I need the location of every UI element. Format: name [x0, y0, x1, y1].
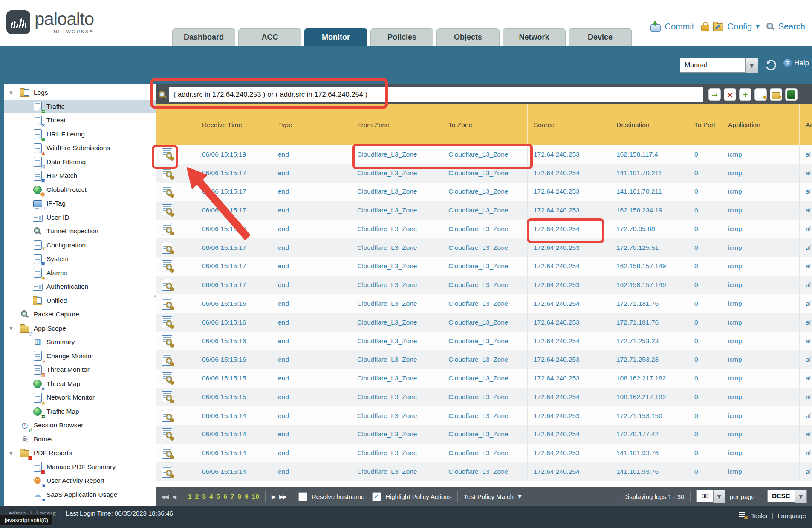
cell-dest[interactable]: 108.162.217.182 [610, 369, 688, 388]
sidebar-item-alarms[interactable]: ◆Alarms [4, 266, 156, 280]
log-detail-icon[interactable] [162, 223, 172, 235]
page-number-10[interactable]: 10 [252, 493, 259, 500]
sidebar-item-authentication[interactable]: Authentication [4, 280, 156, 294]
cell-source[interactable]: 172.64.240.254 [528, 425, 610, 444]
log-row[interactable]: 06/06 15:15:14endCloudflare_L3_ZoneCloud… [156, 406, 812, 425]
lock-icon[interactable] [701, 25, 709, 31]
log-detail-icon[interactable] [162, 410, 172, 422]
cell-source[interactable]: 172.64.240.254 [528, 462, 610, 481]
cell-source[interactable]: 172.64.240.254 [528, 220, 610, 238]
cell-source[interactable]: 172.64.240.253 [528, 350, 610, 369]
sidebar-item-user-id[interactable]: User-ID [4, 211, 156, 225]
log-row[interactable]: 06/06 15:15:16endCloudflare_L3_ZoneCloud… [156, 350, 812, 369]
log-row[interactable]: 06/06 15:15:16endCloudflare_L3_ZoneCloud… [156, 294, 812, 313]
sidebar-item-data-filtering[interactable]: ▤Data Filtering [4, 155, 156, 169]
cell-dest[interactable]: 172.71.253.23 [610, 350, 688, 369]
log-row[interactable]: 06/06 15:15:14endCloudflare_L3_ZoneCloud… [156, 462, 812, 481]
sidebar-item-manage-pdf-summary[interactable]: ■Manage PDF Summary [4, 460, 156, 474]
help-label[interactable]: Help [794, 59, 809, 67]
cell-dest[interactable]: 172.71.153.150 [610, 406, 688, 425]
expand-arrow-icon[interactable]: ▼ [9, 451, 13, 455]
log-detail-icon[interactable] [162, 354, 172, 366]
log-detail-icon[interactable] [162, 279, 172, 291]
page-number-1[interactable]: 1 [188, 493, 192, 500]
test-policy-match-button[interactable]: Test Policy Match [464, 493, 514, 500]
load-filter-button[interactable] [770, 88, 782, 101]
cell-source[interactable]: 172.64.240.254 [528, 294, 610, 313]
column-header-to-port[interactable]: To Port [688, 104, 722, 145]
sidebar-item-configuration[interactable]: *Configuration [4, 238, 156, 252]
cell-source[interactable]: 172.64.240.254 [528, 257, 610, 276]
resolve-hostname-checkbox[interactable] [298, 492, 307, 501]
refresh-mode-value[interactable]: Manual [680, 58, 746, 73]
cell-dest[interactable]: 162.158.117.4 [610, 145, 688, 164]
sidebar-item-url-filtering[interactable]: ●URL Filtering [4, 128, 156, 142]
log-row[interactable]: 06/06 15:15:15endCloudflare_L3_ZoneCloud… [156, 388, 812, 406]
sidebar-item-summary[interactable]: ▦Summary [4, 335, 156, 349]
clear-filter-button[interactable]: × [724, 88, 736, 101]
filter-builder-button[interactable] [754, 88, 767, 101]
tab-network[interactable]: Network [503, 28, 566, 46]
cell-source[interactable]: 172.64.240.253 [528, 444, 610, 462]
cell-source[interactable]: 172.64.240.253 [528, 183, 610, 201]
log-row[interactable]: 06/06 15:15:14endCloudflare_L3_ZoneCloud… [156, 444, 812, 462]
cell-source[interactable]: 172.64.240.253 [528, 369, 610, 388]
sort-order-value[interactable]: DESC [767, 490, 795, 502]
cell-source[interactable]: 172.64.240.253 [528, 201, 610, 220]
sidebar-item-wildfire-submissions[interactable]: ▲WildFire Submissions [4, 141, 156, 155]
sidebar-item-threat-map[interactable]: ×Threat Map [4, 377, 156, 391]
log-detail-icon[interactable] [162, 298, 172, 310]
per-page-dropdown-icon[interactable]: ▼ [713, 490, 725, 503]
cell-dest[interactable]: 141.101.93.76 [610, 462, 688, 481]
test-policy-caret-icon[interactable]: ▼ [518, 494, 521, 499]
log-row[interactable]: 06/06 15:15:16endCloudflare_L3_ZoneCloud… [156, 313, 812, 332]
sidebar-item-tunnel-inspection[interactable]: Tunnel Inspection [4, 224, 156, 238]
sidebar-item-session-browser[interactable]: ◴⇄Session Browser [4, 418, 156, 432]
page-number-4[interactable]: 4 [209, 493, 213, 500]
log-row[interactable]: 06/06 15:15:17endCloudflare_L3_ZoneCloud… [156, 183, 812, 201]
per-page-select[interactable]: 30 ▼ [696, 490, 725, 503]
cell-source[interactable]: 172.64.240.253 [528, 406, 610, 425]
cell-dest[interactable]: 162.158.157.149 [610, 257, 688, 276]
log-detail-icon[interactable] [162, 372, 172, 384]
log-detail-icon[interactable] [162, 167, 172, 179]
column-header-blank-0[interactable] [156, 104, 178, 145]
refresh-mode-dropdown-icon[interactable]: ▼ [745, 58, 758, 73]
log-detail-icon[interactable] [162, 335, 172, 347]
sidebar-item-system[interactable]: ▣System [4, 252, 156, 266]
sidebar-item-packet-capture[interactable]: Packet Capture [4, 308, 156, 322]
log-row[interactable]: 06/06 15:15:15endCloudflare_L3_ZoneCloud… [156, 369, 812, 388]
column-header-blank-1[interactable] [178, 104, 196, 145]
log-row[interactable]: 06/06 15:15:19endCloudflare_L3_ZoneCloud… [156, 145, 812, 164]
sidebar-item-user-activity-report[interactable]: ☻▪User Activity Report [4, 474, 156, 488]
search-button[interactable]: Search [778, 22, 805, 32]
first-page-icon[interactable]: ◀◀ [161, 493, 168, 500]
log-detail-icon[interactable] [162, 447, 172, 459]
page-number-7[interactable]: 7 [231, 493, 234, 500]
page-number-8[interactable]: 8 [237, 493, 241, 500]
log-detail-icon[interactable] [162, 186, 172, 197]
log-detail-icon[interactable] [162, 148, 172, 160]
cell-dest[interactable]: 172.71.181.76 [610, 294, 688, 313]
tab-dashboard[interactable]: Dashboard [172, 28, 235, 46]
sidebar-item-threat[interactable]: ×Threat [4, 113, 156, 128]
cell-dest[interactable]: 141.101.70.211 [610, 164, 688, 183]
log-row[interactable]: 06/06 15:15:16endCloudflare_L3_ZoneCloud… [156, 332, 812, 351]
log-detail-icon[interactable] [162, 260, 172, 272]
add-filter-button[interactable]: + [739, 88, 751, 101]
cell-dest[interactable]: 162.158.234.19 [610, 201, 688, 220]
expand-arrow-icon[interactable]: ▼ [9, 326, 13, 331]
config-button[interactable]: Config [727, 22, 752, 32]
log-detail-icon[interactable] [162, 428, 172, 440]
log-detail-icon[interactable] [162, 391, 172, 403]
cell-dest[interactable]: 108.162.217.182 [610, 388, 688, 406]
cell-source[interactable]: 172.64.240.253 [528, 238, 610, 257]
apply-filter-button[interactable]: → [708, 88, 721, 101]
column-header-to-zone[interactable]: To Zone [442, 104, 528, 145]
cell-source[interactable]: 172.64.240.253 [528, 276, 610, 294]
cell-source[interactable]: 172.64.240.253 [528, 313, 610, 332]
sidebar-item-traffic-map[interactable]: ⇄Traffic Map [4, 405, 156, 419]
sidebar-item-globalprotect[interactable]: ☻GlobalProtect [4, 183, 156, 197]
sidebar-item-ip-tag[interactable]: ◻IP-Tag [4, 197, 156, 211]
sidebar-item-change-monitor[interactable]: ↘Change Monitor [4, 349, 156, 363]
